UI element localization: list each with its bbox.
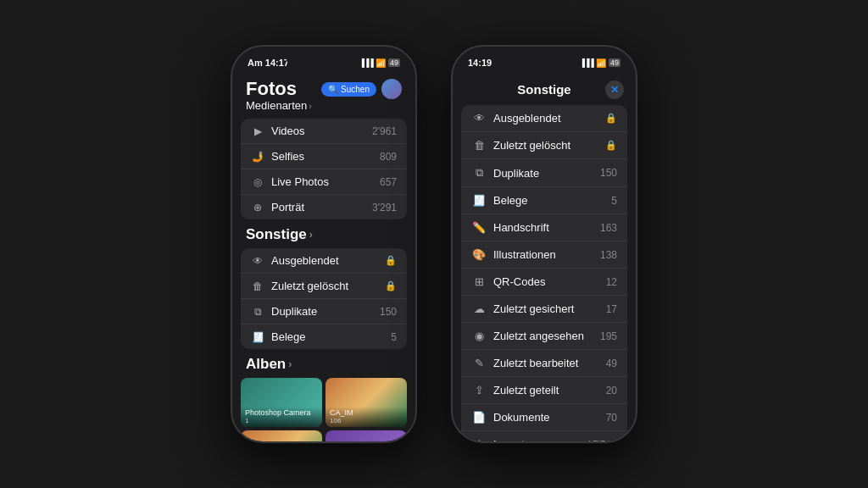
modal-item-bearbeitet[interactable]: ✎ Zuletzt bearbeitet 49 [461,350,627,377]
album-name-1: Photoshop Camera [245,408,318,417]
phone-right: 14:19 ▐▐▐ 📶 49 Sonstige ✕ 👁 Ausgeblendet… [451,45,637,443]
status-bar-left: Am 14:17 Tag ▐▐▐ 📶 49 [232,47,415,74]
modal-item-qrcodes[interactable]: ⊞ QR-Codes 12 [461,269,627,296]
videos-label: Videos [271,125,365,137]
sonstige-title-row: Sonstige › [232,223,415,245]
duplikate-label: Duplikate [271,305,373,318]
portrait-icon: ⊕ [251,202,264,214]
trash-icon: 🗑 [251,280,264,292]
alben-title[interactable]: Alben › [246,356,402,373]
battery-left: 49 [388,58,400,67]
modal-pen-icon: ✏️ [471,221,487,234]
modal-illustrationen-label: Illustrationen [493,248,593,261]
sonstige-chevron: › [309,229,313,241]
modal-ausgeblendet-label: Ausgeblendet [493,112,598,125]
modal-handschrift-label: Handschrift [493,221,593,234]
status-bar-right: 14:19 ▐▐▐ 📶 49 [453,47,636,74]
receipt-icon: 🧾 [251,331,264,343]
signal-icon-r: ▐▐▐ [580,58,593,67]
modal-qr-icon: ⊞ [471,275,487,288]
search-button[interactable]: 🔍 Suchen [321,82,376,97]
modal-item-gesichert[interactable]: ☁ Zuletzt gesichert 17 [461,296,627,323]
modal-doc-icon: 📄 [471,411,487,424]
modal-edit-icon: ✎ [471,357,487,369]
search-icon: 🔍 [328,85,338,94]
modal-item-geloescht[interactable]: 🗑 Zuletzt gelöscht 🔒 [461,132,627,159]
modal-item-ausgeblendet[interactable]: 👁 Ausgeblendet 🔒 [461,105,627,132]
sonstige-title[interactable]: Sonstige › [246,226,402,243]
header-actions: 🔍 Suchen [321,79,402,99]
phone-right-content: Sonstige ✕ 👁 Ausgeblendet 🔒 🗑 Zuletzt ge… [453,74,636,441]
list-item-belege[interactable]: 🧾 Belege 5 [241,324,407,349]
selfies-label: Selfies [271,150,373,163]
modal-dup-icon: ⧉ [471,166,487,180]
modal-duplikate-count: 150 [600,167,617,179]
modal-item-dokumente[interactable]: 📄 Dokumente 70 [461,404,627,431]
modal-receipt-icon: 🧾 [471,194,487,207]
album-count-2: 106 [330,417,403,424]
close-icon: ✕ [610,84,619,96]
modal-qrcodes-label: QR-Codes [493,275,599,288]
selfies-count: 809 [380,151,397,163]
album-psexpress[interactable]: PSExpress [241,430,322,441]
modal-item-handschrift[interactable]: ✏️ Handschrift 163 [461,214,627,241]
list-item-selfies[interactable]: 🤳 Selfies 809 [241,144,407,169]
modal-geteilt-label: Zuletzt geteilt [493,384,599,396]
modal-item-illustrationen[interactable]: 🎨 Illustrationen 138 [461,241,627,269]
modal-eye-icon: 👁 [471,112,487,125]
fotos-header: Fotos Medienarten › 🔍 Suchen [232,74,415,115]
modal-gesichert-label: Zuletzt gesichert [493,302,599,315]
list-item-portrait[interactable]: ⊕ Porträt 3'291 [241,195,407,219]
mediatypes-section: ▶ Videos 2'961 🤳 Selfies 809 ◎ Live Phot… [232,119,415,219]
status-time-left: Am 14:17 Tag [248,58,308,68]
modal-importe-count: 17'514 [587,439,617,442]
list-item-zuletzt-geloescht[interactable]: 🗑 Zuletzt gelöscht 🔒 [241,274,407,299]
modal-gesichert-count: 17 [606,303,617,315]
signal-icon: ▐▐▐ [359,58,373,67]
video-icon: ▶ [251,125,264,137]
modal-bearbeitet-label: Zuletzt bearbeitet [493,357,599,369]
modal-header: Sonstige ✕ [453,74,636,102]
livephotos-count: 657 [380,176,397,188]
livephoto-icon: ◎ [251,176,264,188]
modal-item-belege[interactable]: 🧾 Belege 5 [461,187,627,214]
list-item-duplikate[interactable]: ⧉ Duplikate 150 [241,299,407,324]
album-grid: Photoshop Camera 1 CA_IM 106 PSExpress [232,374,415,441]
sonstige-section: Sonstige › 👁 Ausgeblendet 🔒 🗑 Zuletzt ge… [232,223,415,349]
fotos-title: Fotos [246,79,312,99]
alben-title-row: Alben › [232,354,415,374]
modal-handschrift-count: 163 [600,222,617,234]
modal-title: Sonstige [517,82,570,97]
modal-lock-1: 🔒 [605,113,617,124]
modal-importe-label: Importe [493,438,580,441]
duplikate-count: 150 [380,306,397,318]
list-item-livephotos[interactable]: ◎ Live Photos 657 [241,169,407,195]
album-photoshop[interactable]: Photoshop Camera 1 [241,378,322,427]
modal-lock-2: 🔒 [605,140,617,151]
modal-item-importe[interactable]: ⬆ Importe 17'514 [461,431,627,441]
modal-angesehen-label: Zuletzt angesehen [493,330,593,342]
list-item-videos[interactable]: ▶ Videos 2'961 [241,119,407,144]
lock-icon-1: 🔒 [385,255,397,266]
modal-item-geteilt[interactable]: ⇪ Zuletzt geteilt 20 [461,377,627,404]
mediatypes-list: ▶ Videos 2'961 🤳 Selfies 809 ◎ Live Phot… [241,119,407,219]
fotos-subtitle[interactable]: Medienarten › [246,99,312,112]
album-caim[interactable]: CA_IM 106 [326,378,407,427]
album-count-1: 1 [245,417,318,424]
status-icons-left: ▐▐▐ 📶 49 [359,58,400,68]
portrait-label: Porträt [271,201,365,214]
lock-icon-2: 🔒 [385,280,397,291]
duplicate-icon: ⧉ [251,306,264,318]
avatar[interactable] [381,79,402,99]
modal-illustrationen-count: 138 [600,249,617,261]
modal-item-duplikate[interactable]: ⧉ Duplikate 150 [461,159,627,187]
modal-close-button[interactable]: ✕ [605,80,624,99]
modal-item-angesehen[interactable]: ◉ Zuletzt angesehen 195 [461,323,627,350]
list-item-ausgeblendet[interactable]: 👁 Ausgeblendet 🔒 [241,248,407,274]
album-whatsapp[interactable]: Whats. 32 [326,430,407,441]
phone-left-content: Fotos Medienarten › 🔍 Suchen ▶ Videos [232,74,415,441]
wifi-icon-r: 📶 [596,58,606,68]
modal-share-icon: ⇪ [471,384,487,396]
modal-angesehen-count: 195 [600,330,617,342]
modal-geloescht-label: Zuletzt gelöscht [493,139,598,152]
